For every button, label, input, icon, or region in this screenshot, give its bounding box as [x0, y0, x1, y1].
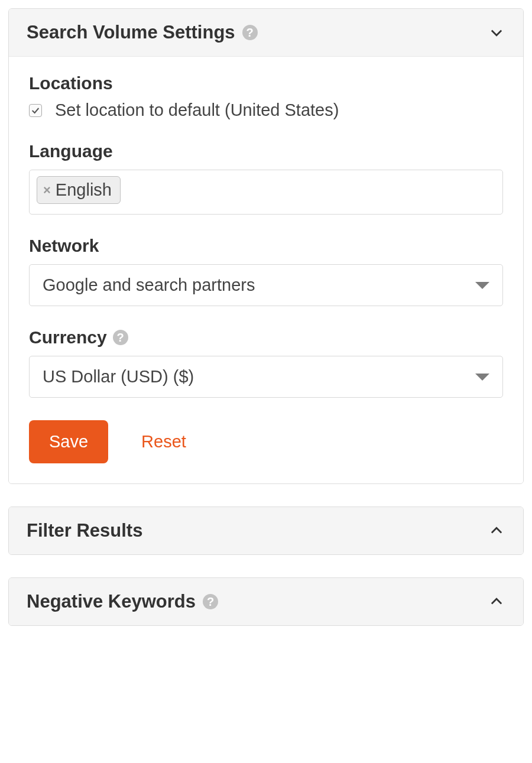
panel-title: Negative Keywords ? — [27, 591, 218, 612]
panel-title-text: Search Volume Settings — [27, 22, 235, 43]
panel-title-text: Negative Keywords — [27, 591, 196, 612]
language-label: Language — [29, 141, 503, 161]
locations-label: Locations — [29, 73, 503, 93]
panel-title: Search Volume Settings ? — [27, 22, 258, 43]
chevron-down-icon[interactable] — [488, 24, 505, 41]
caret-down-icon — [475, 282, 489, 289]
filter-results-panel: Filter Results — [8, 506, 524, 555]
default-location-label: Set location to default (United States) — [55, 100, 339, 120]
network-value: Google and search partners — [43, 275, 255, 295]
currency-value: US Dollar (USD) ($) — [43, 367, 194, 387]
button-row: Save Reset — [29, 420, 503, 463]
language-tag-text: English — [56, 180, 112, 200]
network-label: Network — [29, 236, 503, 256]
chevron-up-icon[interactable] — [488, 522, 505, 540]
default-location-checkbox[interactable] — [29, 104, 42, 117]
help-icon[interactable]: ? — [242, 25, 258, 40]
search-volume-settings-body: Locations Set location to default (Unite… — [9, 56, 523, 483]
panel-title-text: Filter Results — [27, 520, 142, 541]
filter-results-header[interactable]: Filter Results — [9, 507, 523, 554]
currency-select[interactable]: US Dollar (USD) ($) — [29, 356, 503, 398]
reset-button[interactable]: Reset — [141, 432, 186, 452]
currency-label: Currency ? — [29, 327, 503, 348]
help-icon[interactable]: ? — [113, 330, 128, 345]
caret-down-icon — [475, 374, 489, 381]
negative-keywords-header[interactable]: Negative Keywords ? — [9, 578, 523, 625]
default-location-row: Set location to default (United States) — [29, 100, 503, 120]
currency-label-text: Currency — [29, 327, 107, 348]
help-icon[interactable]: ? — [203, 594, 218, 609]
panel-title: Filter Results — [27, 520, 142, 541]
chevron-up-icon[interactable] — [488, 593, 505, 611]
negative-keywords-panel: Negative Keywords ? — [8, 577, 524, 626]
network-select[interactable]: Google and search partners — [29, 264, 503, 306]
language-input[interactable]: × English — [29, 170, 503, 215]
remove-tag-icon[interactable]: × — [43, 184, 51, 197]
search-volume-settings-panel: Search Volume Settings ? Locations Set l… — [8, 8, 524, 484]
language-tag[interactable]: × English — [37, 176, 121, 204]
search-volume-settings-header[interactable]: Search Volume Settings ? — [9, 9, 523, 56]
save-button[interactable]: Save — [29, 420, 108, 463]
